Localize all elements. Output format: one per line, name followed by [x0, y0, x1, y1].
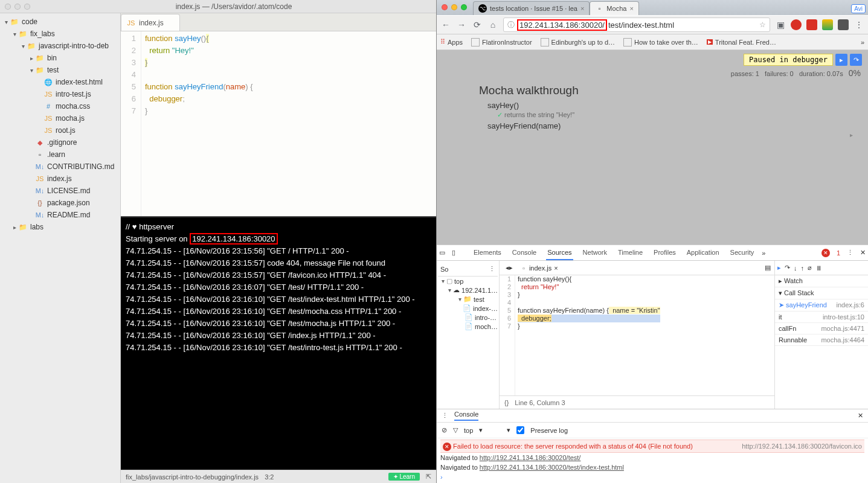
max-dot[interactable] — [461, 4, 467, 10]
preserve-log-checkbox[interactable] — [516, 426, 524, 434]
filter-icon[interactable]: ▽ — [453, 426, 458, 434]
devtools-tab[interactable]: Profiles — [652, 246, 677, 260]
learn-badge[interactable]: ✦ Learn — [388, 473, 420, 481]
tree-item[interactable]: ▸📁bin — [0, 52, 120, 64]
devtools-tab[interactable]: Application — [686, 246, 721, 260]
code-pane[interactable]: 1234567 function sayHey(){ return "Hey!"… — [121, 31, 436, 216]
suite[interactable]: sayHey() — [487, 101, 866, 110]
watch-section[interactable]: ▸ Watch — [775, 275, 868, 287]
home-icon[interactable]: ⌂ — [487, 19, 498, 30]
sources-nav[interactable]: So⋮ ▾▢top ▾☁ 192.241.1… ▾📁test 📄index-…📄… — [437, 261, 500, 409]
tree-item[interactable]: JSindex.js — [0, 173, 120, 185]
devtools-tab[interactable]: Sources — [546, 246, 573, 260]
frame-select[interactable]: top — [464, 427, 473, 434]
inspect-icon[interactable]: ▭ — [439, 249, 445, 257]
close-icon[interactable]: ✕ — [860, 249, 866, 257]
suite[interactable]: sayHeyFriend(name) — [487, 121, 866, 130]
callstack-frame[interactable]: callFnmocha.js:4471 — [775, 323, 868, 334]
step-over-icon[interactable]: ↷ — [785, 264, 790, 272]
bookmark[interactable]: Edinburgh's up to d… — [541, 38, 615, 46]
deact-icon[interactable]: ⌀ — [808, 264, 812, 272]
callstack-frame[interactable]: Runnablemocha.js:4464 — [775, 334, 868, 346]
nav-link[interactable]: http://192.241.134.186:30020/test/index-… — [480, 464, 624, 471]
callstack-frame[interactable]: ➤ sayHeyFriendindex.js:6 — [775, 299, 868, 312]
tree-item[interactable]: ▫.learn — [0, 149, 120, 161]
more-tabs-icon[interactable]: » — [762, 249, 765, 257]
forward-icon[interactable]: → — [456, 19, 467, 30]
tree-item[interactable]: {}package.json — [0, 197, 120, 209]
bookmark[interactable]: ▶Tritonal Feat. Fred… — [707, 38, 776, 46]
ext-icon[interactable] — [791, 19, 802, 30]
drawer-menu-icon[interactable]: ⋮ — [442, 412, 448, 420]
tree-item[interactable]: ▾📁fix_labs — [0, 28, 120, 40]
tree-item[interactable]: ◆.gitignore — [0, 136, 120, 149]
star-icon[interactable]: ☆ — [759, 21, 766, 29]
nav-host[interactable]: 192.241.1… — [461, 287, 498, 294]
tree-item[interactable]: ▾📁javascript-intro-to-deb — [0, 40, 120, 52]
menu-icon[interactable]: ⋮ — [854, 19, 864, 30]
tree-root[interactable]: ▾📁code — [0, 16, 120, 28]
popout-icon[interactable]: ⇱ — [426, 473, 431, 481]
browser-tab[interactable]: ▫Mocha× — [590, 1, 638, 15]
traffic-lights[interactable] — [5, 4, 30, 10]
cast-icon[interactable]: ▣ — [775, 19, 786, 30]
devtools-tab[interactable]: Network — [582, 246, 608, 260]
close-tab-icon[interactable]: × — [629, 5, 633, 12]
tree-item[interactable]: 🌐index-test.html — [0, 76, 120, 88]
settings-icon[interactable]: ⋮ — [847, 249, 854, 257]
address-bar[interactable]: ⓘ 192.241.134.186:30020/test/index-test.… — [503, 18, 770, 32]
back-icon[interactable]: ← — [440, 19, 451, 30]
callstack-frame[interactable]: itintro-test.js:10 — [775, 312, 868, 323]
more-icon[interactable]: ⋮ — [489, 265, 495, 273]
ext-icon[interactable] — [806, 19, 817, 30]
callstack-section[interactable]: ▾ Call Stack — [775, 287, 868, 299]
info-icon[interactable]: ⓘ — [507, 20, 515, 30]
devtools-tab[interactable]: Security — [729, 246, 756, 260]
tree-item[interactable]: ▸📁labs — [0, 221, 120, 233]
source-tab-index[interactable]: ▫index.js × — [520, 263, 561, 273]
overflow-icon[interactable]: » — [861, 39, 864, 46]
browser-tab[interactable]: ⌥tests location · Issue #15 · lea× — [473, 1, 590, 15]
nav-top[interactable]: top — [454, 278, 463, 285]
src-lines[interactable]: function sayHey(){ return "Hey!" } funct… — [515, 275, 660, 395]
nav-file[interactable]: 📄index-… — [438, 304, 498, 313]
terminal[interactable]: // ♥ httpserver Starting server on 192.2… — [121, 216, 436, 470]
close-tab-icon[interactable]: × — [580, 5, 584, 12]
tree-item[interactable]: M↓CONTRIBUTING.md — [0, 161, 120, 173]
console-tab[interactable]: Console — [454, 411, 478, 421]
code[interactable]: function sayHey(){ return "Hey!" } funct… — [141, 31, 253, 216]
editor-tabs[interactable]: JS index.js — [121, 13, 436, 31]
tree-item[interactable]: JSmocha.js — [0, 112, 120, 124]
devtools-tab[interactable]: Timeline — [617, 246, 644, 260]
bookmark[interactable]: ⠿Apps — [440, 38, 463, 46]
pocket-icon[interactable] — [838, 19, 849, 30]
tree-item[interactable]: M↓README.md — [0, 209, 120, 221]
min-dot[interactable] — [14, 4, 21, 10]
console-prompt[interactable]: › — [440, 472, 864, 482]
clear-icon[interactable]: ⊘ — [442, 426, 447, 434]
tree-item[interactable]: M↓LICENSE.md — [0, 185, 120, 197]
profile-badge[interactable]: Avi — [851, 4, 866, 13]
close-dot[interactable] — [5, 4, 11, 10]
close-drawer-icon[interactable]: ✕ — [858, 412, 863, 420]
nav-link[interactable]: http://192.241.134.186:30020/test/ — [480, 454, 581, 461]
nav-folder[interactable]: test — [474, 296, 484, 303]
devtools-tab[interactable]: Console — [511, 246, 538, 260]
drive-icon[interactable] — [822, 19, 833, 30]
console-log[interactable]: ✕ Failed to load resource: the server re… — [437, 438, 868, 483]
step-icon[interactable]: ↷ — [850, 54, 862, 66]
device-icon[interactable]: ▯ — [452, 249, 455, 257]
reload-icon[interactable]: ⟳ — [472, 19, 483, 30]
nav-file[interactable]: 📄moch… — [438, 322, 498, 331]
nav-file[interactable]: 📄intro-… — [438, 313, 498, 322]
resume-icon[interactable]: ▸ — [777, 264, 781, 272]
wrap-icon[interactable]: ▤ — [765, 264, 771, 272]
bookmark[interactable]: FlatironInstructor — [471, 38, 532, 46]
pause-exc-icon[interactable]: ⏸ — [815, 264, 822, 272]
tree-item[interactable]: #mocha.css — [0, 100, 120, 112]
error-count-icon[interactable]: ✕ — [821, 249, 830, 257]
collapse-icon[interactable]: ▸ — [850, 132, 853, 138]
tree-item[interactable]: JSroot.js — [0, 124, 120, 136]
close-dot[interactable] — [442, 4, 448, 10]
resume-icon[interactable]: ▸ — [835, 54, 847, 66]
